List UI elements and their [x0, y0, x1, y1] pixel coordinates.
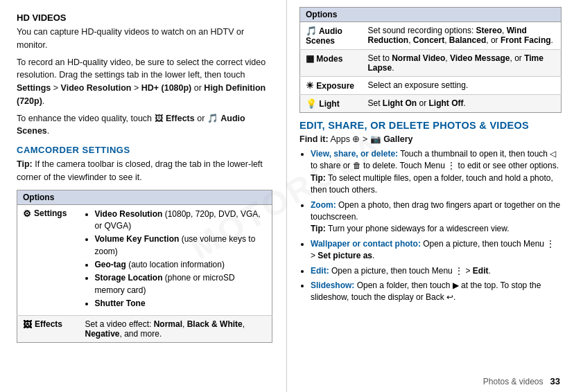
effects-content: Set a video effect: Normal, Black & Whit… [80, 315, 272, 342]
list-item: Wallpaper or contact photo: Open a pictu… [311, 238, 562, 262]
edit-term: Edit: [311, 266, 329, 276]
light-cell: 💡 Light [300, 95, 363, 113]
right-column: Options 🎵 Audio Scenes Set sound recordi… [287, 0, 574, 392]
para2: To record an HD-quality video, be sure t… [17, 56, 272, 108]
light-icon: 💡 [306, 98, 317, 109]
wallpaper-term: Wallpaper or contact photo: [311, 239, 421, 249]
left-options-table: Options ⚙ Settings Video Resolution (108… [17, 190, 272, 343]
list-item: Geo-tag (auto location information) [95, 259, 267, 271]
find-it-text: Find it: Apps ⊕ > 📷 Gallery [299, 134, 562, 144]
settings-list: Video Resolution (1080p, 720p, DVD, VGA,… [85, 208, 267, 310]
zoom-tip: Tip: [311, 224, 326, 233]
footer-section-label: Photos & videos [483, 377, 543, 386]
list-item: Volume Key Function (use volume keys to … [95, 233, 267, 258]
effects-cell: 🖼 Effects [17, 315, 80, 342]
list-item: Video Resolution (1080p, 720p, DVD, VGA,… [95, 208, 267, 233]
light-label-row: 💡 Light [306, 98, 357, 109]
modes-content: Set to Normal Video, Video Message, or T… [363, 50, 562, 77]
exposure-content: Select an exposure setting. [363, 77, 562, 95]
page-container: MOTOROLA HD VIDEOS You can capture HD-qu… [0, 0, 574, 392]
tip-body: If the camera toolbar is closed, drag th… [17, 159, 263, 182]
left-table-header: Options [17, 190, 272, 204]
view-tip: Tip: [311, 173, 326, 183]
modes-label: Modes [316, 54, 342, 64]
page-number: 33 [550, 376, 560, 386]
edit-bullet-list: View, share, or delete: Touch a thumbnai… [299, 148, 562, 304]
light-label: Light [319, 99, 339, 109]
light-content: Set Light On or Light Off. [363, 95, 562, 113]
effects-label-row: 🖼 Effects [23, 319, 74, 330]
settings-icon: ⚙ [23, 208, 31, 219]
exposure-label: Exposure [316, 81, 354, 91]
slideshow-term: Slideshow: [311, 280, 354, 290]
page-footer: Photos & videos 33 [483, 376, 560, 386]
edit-heading: EDIT, SHARE, OR DELETE PHOTOS & VIDEOS [299, 120, 562, 131]
hd-videos-heading: HD VIDEOS [17, 12, 272, 23]
exposure-icon: ☀ [306, 80, 314, 91]
effects-icon: 🖼 [155, 114, 164, 123]
settings-label-row: ⚙ Settings [23, 208, 74, 219]
settings-cell: ⚙ Settings [17, 204, 80, 315]
exposure-label-row: ☀ Exposure [306, 80, 357, 91]
effects-label: Effects [35, 319, 62, 329]
list-item: View, share, or delete: Touch a thumbnai… [311, 148, 562, 197]
audio-icon: 🎵 [207, 114, 218, 123]
list-item: Zoom: Open a photo, then drag two finger… [311, 199, 562, 235]
audio-scenes-cell: 🎵 Audio Scenes [300, 22, 363, 50]
settings-label: Settings [34, 208, 67, 218]
tip-label: Tip: [17, 159, 33, 169]
table-row: 🖼 Effects Set a video effect: Normal, Bl… [17, 315, 272, 342]
modes-label-row: ▦ Modes [306, 53, 357, 64]
list-item: Slideshow: Open a folder, then touch ▶ a… [311, 280, 562, 304]
find-label: Find it: [299, 134, 329, 144]
table-row: ☀ Exposure Select an exposure setting. [300, 77, 562, 95]
audio-scenes-label-row: 🎵 Audio Scenes [306, 26, 357, 46]
modes-icon: ▦ [306, 53, 314, 64]
camcorder-tip: Tip: If the camera toolbar is closed, dr… [17, 158, 272, 184]
audio-scenes-content: Set sound recording options: Stereo, Win… [363, 22, 562, 50]
list-item: Shutter Tone [95, 298, 267, 310]
exposure-cell: ☀ Exposure [300, 77, 363, 95]
modes-cell: ▦ Modes [300, 50, 363, 77]
zoom-term: Zoom: [311, 200, 336, 210]
left-column: HD VIDEOS You can capture HD-quality vid… [0, 0, 287, 392]
list-item: Edit: Open a picture, then touch Menu ⋮ … [311, 265, 562, 277]
effects-icon: 🖼 [23, 319, 32, 330]
right-options-table: Options 🎵 Audio Scenes Set sound recordi… [299, 7, 562, 113]
table-row: 🎵 Audio Scenes Set sound recording optio… [300, 22, 562, 50]
table-row: ▦ Modes Set to Normal Video, Video Messa… [300, 50, 562, 77]
table-row: ⚙ Settings Video Resolution (1080p, 720p… [17, 204, 272, 315]
audio-scenes-icon: 🎵 [306, 26, 317, 36]
right-table-header: Options [300, 8, 562, 22]
para1: You can capture HD-quality videos to wat… [17, 26, 272, 52]
list-item: Storage Location (phone or microSD memor… [95, 272, 267, 296]
settings-content: Video Resolution (1080p, 720p, DVD, VGA,… [80, 204, 272, 315]
view-term: View, share, or delete: [311, 149, 398, 159]
para3: To enhance the video quality, touch 🖼 Ef… [17, 112, 272, 139]
table-row: 💡 Light Set Light On or Light Off. [300, 95, 562, 113]
gallery-icon: 📷 [370, 134, 381, 144]
camcorder-heading: CAMCORDER SETTINGS [17, 145, 272, 155]
